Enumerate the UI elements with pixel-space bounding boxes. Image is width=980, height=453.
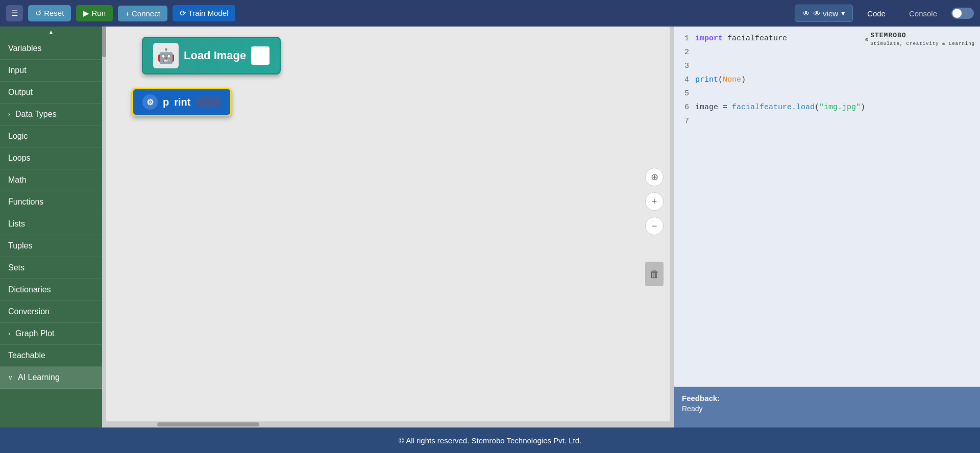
sidebar-item-label: Input [8,66,27,75]
collapse-arrow: ∨ [8,374,13,381]
sidebar-item-label: Data Types [15,110,57,119]
sidebar-item-functions[interactable]: Functions [0,191,102,213]
gear-icon: ⚙ [142,94,158,110]
sidebar-item-graph-plot[interactable]: › Graph Plot [0,323,102,345]
train-model-button[interactable]: ⟳ Train Model [173,5,236,21]
view-toggle[interactable] [951,8,974,19]
print-block[interactable]: ⚙ p rint [132,88,232,116]
line-content: import facialfeature [695,32,787,45]
image-icon: 🖼 [251,46,270,65]
code-button[interactable]: Code [858,6,895,21]
code-line-3: 3 [679,59,975,73]
toolbar: ☰ ↺ Reset ▶ Run + Connect ⟳ Train Model … [0,0,980,27]
sidebar-item-data-types[interactable]: › Data Types [0,104,102,125]
line-content: print(None) [695,73,746,87]
stemrobo-logo: ⚙ STEMROBOStimulate, Creativity & Learni… [865,32,975,47]
load-image-block[interactable]: 🤖 Load Image 🖼 [142,37,281,74]
center-button[interactable]: ⊕ [645,168,664,186]
expand-arrow: › [8,330,10,337]
sidebar-scrollbar[interactable] [102,27,106,427]
chevron-down-icon: ▾ [841,9,845,18]
trash-button[interactable]: 🗑 [645,262,664,286]
horizontal-scrollbar[interactable] [106,421,674,427]
line-number: 5 [679,87,689,100]
line-number: 6 [679,100,689,114]
line-content: image = facialfeature.load("img.jpg") [695,100,865,114]
canvas-controls: ⊕ + − 🗑 [645,168,664,286]
sidebar-item-label: AI Learning [18,373,60,382]
zoom-in-button[interactable]: + [645,192,664,211]
sidebar-item-math[interactable]: Math [0,169,102,191]
robot-icon: 🤖 [153,43,179,68]
sidebar-item-label: Output [8,88,33,97]
feedback-label: Feedback: [682,394,972,402]
sidebar-item-dictionaries[interactable]: Dictionaries [0,279,102,301]
sidebar-item-loops[interactable]: Loops [0,147,102,169]
code-line-5: 5 [679,87,975,100]
eye-icon: 👁 [802,9,810,18]
logo-icon: ⚙ [865,36,869,43]
sidebar-item-label: Dictionaries [8,285,51,294]
sidebar-item-conversion[interactable]: Conversion [0,301,102,323]
scrollbar-thumb [102,27,106,57]
feedback-status: Ready [682,405,972,413]
run-button[interactable]: ▶ Run [76,5,113,21]
line-number: 3 [679,59,689,73]
zoom-out-button[interactable]: − [645,217,664,235]
expand-arrow: › [8,111,10,118]
sidebar-item-label: Lists [8,219,25,229]
sidebar-item-label: Functions [8,197,43,207]
load-image-label: Load Image [184,49,246,62]
sidebar-item-ai-learning[interactable]: ∨ AI Learning [0,367,102,389]
main-content: ▲ Variables Input Output › Data Types Lo… [0,27,980,427]
code-editor[interactable]: ⚙ STEMROBOStimulate, Creativity & Learni… [674,27,980,387]
code-panel: ⚙ STEMROBOStimulate, Creativity & Learni… [674,27,980,427]
sidebar-item-label: Conversion [8,307,50,316]
sidebar-item-output[interactable]: Output [0,82,102,104]
view-label: 👁 view [813,9,838,18]
logo-text: STEMROBOStimulate, Creativity & Learning [870,32,975,47]
sidebar-item-label: Sets [8,263,24,272]
sidebar-item-label: Logic [8,132,28,141]
sidebar-item-label: Math [8,175,27,185]
code-line-2: 2 [679,45,975,59]
sidebar-item-teachable[interactable]: Teachable [0,345,102,367]
sidebar-scroll-up[interactable]: ▲ [0,27,102,38]
footer-text: © All rights reserved. Stemrobo Technolo… [399,436,581,445]
sidebar: ▲ Variables Input Output › Data Types Lo… [0,27,102,427]
sidebar-item-sets[interactable]: Sets [0,257,102,279]
line-number: 4 [679,73,689,87]
sidebar-item-label: Graph Plot [15,329,54,338]
sidebar-item-label: Variables [8,44,42,53]
h-scrollbar-thumb [157,422,259,426]
footer: © All rights reserved. Stemrobo Technolo… [0,427,980,453]
code-line-4: 4 print(None) [679,73,975,87]
sidebar-item-logic[interactable]: Logic [0,125,102,147]
sidebar-item-tuples[interactable]: Tuples [0,235,102,257]
feedback-panel: Feedback: Ready [674,387,980,427]
reset-button[interactable]: ↺ Reset [28,5,71,21]
console-button[interactable]: Console [900,6,946,21]
code-line-7: 7 [679,114,975,128]
menu-button[interactable]: ☰ [6,5,23,21]
code-line-6: 6 image = facialfeature.load("img.jpg") [679,100,975,114]
toolbar-right: 👁 👁 view ▾ Code Console [795,5,974,22]
line-number: 1 [679,32,689,45]
vertical-scrollbar[interactable] [670,27,674,421]
sidebar-item-variables[interactable]: Variables [0,38,102,60]
line-number: 7 [679,114,689,128]
connect-button[interactable]: + Connect [118,6,167,21]
line-number: 2 [679,45,689,59]
sidebar-item-label: Loops [8,154,31,163]
canvas-area[interactable]: 🤖 Load Image 🖼 ⚙ p rint ⊕ + − 🗑 [106,27,674,427]
canvas-inner: 🤖 Load Image 🖼 ⚙ p rint ⊕ + − 🗑 [106,27,674,427]
sidebar-item-input[interactable]: Input [0,60,102,82]
print-pill [195,96,221,108]
sidebar-item-label: Tuples [8,241,32,250]
sidebar-item-lists[interactable]: Lists [0,213,102,235]
print-label: p [163,96,169,108]
sidebar-item-label: Teachable [8,351,45,360]
print-text: rint [174,96,190,108]
view-dropdown[interactable]: 👁 👁 view ▾ [795,5,853,22]
